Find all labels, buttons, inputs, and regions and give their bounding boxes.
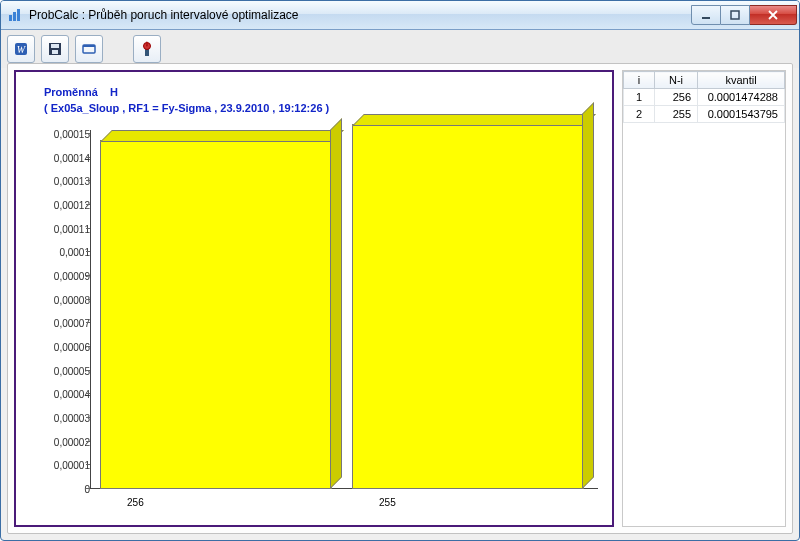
chart-title-var: H	[110, 86, 118, 98]
y-axis	[90, 130, 91, 489]
cell-ni: 255	[655, 106, 698, 123]
y-tick-label: 0,00008	[20, 294, 90, 305]
y-tick-label: 0,00006	[20, 342, 90, 353]
save-icon	[47, 41, 63, 57]
svg-rect-11	[83, 45, 95, 47]
window-buttons	[691, 5, 797, 25]
titlebar: ProbCalc : Průběh poruch intervalové opt…	[1, 1, 799, 30]
chart-title: Proměnná H	[44, 86, 118, 98]
y-tick-label: 0,0001	[20, 247, 90, 258]
svg-rect-4	[731, 11, 739, 19]
cell-kvantil: 0.0001543795	[698, 106, 785, 123]
client-area: Proměnná H ( Ex05a_Sloup , RF1 = Fy-Sigm…	[7, 63, 793, 534]
close-button[interactable]	[750, 5, 797, 25]
y-tick-label: 0,00005	[20, 365, 90, 376]
x-tick-label: 256	[127, 497, 144, 508]
y-tick-mark	[86, 228, 90, 229]
y-tick-label: 0,00013	[20, 176, 90, 187]
y-tick-mark	[86, 299, 90, 300]
chart-panel: Proměnná H ( Ex05a_Sloup , RF1 = Fy-Sigm…	[14, 70, 614, 527]
col-header-kvantil[interactable]: kvantil	[698, 72, 785, 89]
y-tick-label: 0	[20, 484, 90, 495]
table-row[interactable]: 2 255 0.0001543795	[624, 106, 785, 123]
svg-rect-14	[146, 42, 147, 46]
window-icon	[81, 41, 97, 57]
y-tick-mark	[86, 251, 90, 252]
window-title: ProbCalc : Průběh poruch intervalové opt…	[29, 8, 691, 22]
col-header-i[interactable]: i	[624, 72, 655, 89]
y-tick-mark	[86, 157, 90, 158]
cell-kvantil: 0.0001474288	[698, 89, 785, 106]
chart-bar	[352, 124, 584, 489]
cell-i: 2	[624, 106, 655, 123]
y-tick-label: 0,00003	[20, 413, 90, 424]
y-tick-label: 0,00002	[20, 436, 90, 447]
svg-rect-3	[702, 17, 710, 19]
data-table-panel: i N-i kvantil 1 256 0.0001474288 2 255 0…	[622, 70, 786, 527]
minimize-button[interactable]	[691, 5, 721, 25]
y-tick-mark	[86, 322, 90, 323]
y-tick-mark	[86, 417, 90, 418]
minimize-icon	[701, 10, 711, 20]
y-tick-label: 0,00012	[20, 200, 90, 211]
maximize-icon	[730, 10, 740, 20]
svg-rect-9	[52, 50, 58, 54]
toolbar-window-button[interactable]	[75, 35, 103, 63]
col-header-ni[interactable]: N-i	[655, 72, 698, 89]
svg-rect-2	[17, 9, 20, 21]
app-window: ProbCalc : Průběh poruch intervalové opt…	[0, 0, 800, 541]
y-tick-mark	[86, 488, 90, 489]
y-tick-mark	[86, 133, 90, 134]
x-tick-label: 255	[379, 497, 396, 508]
y-tick-label: 0,00009	[20, 271, 90, 282]
refresh-icon: W	[13, 41, 29, 57]
chart-bar	[100, 140, 332, 489]
y-tick-mark	[86, 370, 90, 371]
y-tick-mark	[86, 180, 90, 181]
y-tick-mark	[86, 346, 90, 347]
cell-ni: 256	[655, 89, 698, 106]
app-icon	[7, 7, 23, 23]
y-tick-label: 0,00001	[20, 460, 90, 471]
toolbar-save-button[interactable]	[41, 35, 69, 63]
toolbar-exit-button[interactable]	[133, 35, 161, 63]
y-tick-mark	[86, 441, 90, 442]
y-tick-label: 0,00007	[20, 318, 90, 329]
svg-rect-12	[145, 49, 149, 56]
close-icon	[767, 10, 779, 20]
cell-i: 1	[624, 89, 655, 106]
y-tick-mark	[86, 275, 90, 276]
chart-title-label: Proměnná	[44, 86, 98, 98]
y-tick-label: 0,00004	[20, 389, 90, 400]
y-tick-label: 0,00011	[20, 223, 90, 234]
chart-plot-area: 00,000010,000020,000030,000040,000050,00…	[90, 134, 594, 489]
svg-rect-8	[51, 44, 59, 48]
y-tick-mark	[86, 204, 90, 205]
y-tick-label: 0,00014	[20, 152, 90, 163]
toolbar-refresh-button[interactable]: W	[7, 35, 35, 63]
svg-rect-1	[13, 12, 16, 21]
y-tick-mark	[86, 464, 90, 465]
svg-rect-0	[9, 15, 12, 21]
maximize-button[interactable]	[721, 5, 750, 25]
table-row[interactable]: 1 256 0.0001474288	[624, 89, 785, 106]
y-tick-label: 0,00015	[20, 129, 90, 140]
exit-icon	[139, 41, 155, 57]
chart-subtitle: ( Ex05a_Sloup , RF1 = Fy-Sigma , 23.9.20…	[44, 102, 329, 114]
y-tick-mark	[86, 393, 90, 394]
data-table: i N-i kvantil 1 256 0.0001474288 2 255 0…	[623, 71, 785, 123]
